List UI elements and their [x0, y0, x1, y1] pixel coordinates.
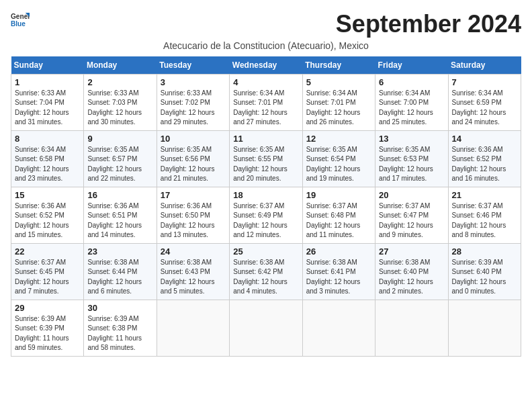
day-info: Sunrise: 6:35 AMSunset: 6:56 PMDaylight:…	[161, 145, 226, 184]
day-number: 10	[161, 134, 226, 144]
day-number: 15	[15, 190, 80, 200]
day-info: Sunrise: 6:35 AMSunset: 6:57 PMDaylight:…	[87, 145, 152, 184]
calendar-cell: 23Sunrise: 6:38 AMSunset: 6:44 PMDayligh…	[84, 243, 157, 300]
calendar-table: SundayMondayTuesdayWednesdayThursdayFrid…	[11, 56, 521, 357]
day-info: Sunrise: 6:34 AMSunset: 7:01 PMDaylight:…	[306, 89, 371, 128]
day-number: 14	[452, 134, 517, 144]
day-info: Sunrise: 6:39 AMSunset: 6:40 PMDaylight:…	[452, 258, 517, 297]
day-number: 5	[306, 77, 371, 87]
day-number: 1	[15, 77, 80, 87]
day-info: Sunrise: 6:35 AMSunset: 6:55 PMDaylight:…	[233, 145, 298, 184]
day-info: Sunrise: 6:37 AMSunset: 6:48 PMDaylight:…	[306, 201, 371, 240]
day-info: Sunrise: 6:36 AMSunset: 6:50 PMDaylight:…	[161, 201, 226, 240]
header-wednesday: Wednesday	[230, 56, 302, 75]
calendar-week-2: 8Sunrise: 6:34 AMSunset: 6:58 PMDaylight…	[11, 130, 521, 187]
day-info: Sunrise: 6:34 AMSunset: 6:59 PMDaylight:…	[452, 89, 517, 128]
day-number: 9	[87, 134, 152, 144]
day-number: 18	[233, 190, 298, 200]
day-info: Sunrise: 6:35 AMSunset: 6:54 PMDaylight:…	[306, 145, 371, 184]
day-info: Sunrise: 6:37 AMSunset: 6:47 PMDaylight:…	[379, 201, 444, 240]
day-info: Sunrise: 6:36 AMSunset: 6:52 PMDaylight:…	[452, 145, 517, 184]
day-info: Sunrise: 6:39 AMSunset: 6:38 PMDaylight:…	[87, 314, 152, 353]
calendar-cell: 1Sunrise: 6:33 AMSunset: 7:04 PMDaylight…	[11, 74, 84, 130]
calendar-week-5: 29Sunrise: 6:39 AMSunset: 6:39 PMDayligh…	[11, 300, 521, 356]
calendar-week-4: 22Sunrise: 6:37 AMSunset: 6:45 PMDayligh…	[11, 243, 521, 300]
day-number: 27	[379, 246, 444, 257]
day-number: 2	[87, 77, 152, 87]
calendar-cell: 29Sunrise: 6:39 AMSunset: 6:39 PMDayligh…	[11, 300, 84, 356]
calendar-cell: 16Sunrise: 6:36 AMSunset: 6:51 PMDayligh…	[84, 187, 157, 243]
day-info: Sunrise: 6:37 AMSunset: 6:49 PMDaylight:…	[233, 201, 298, 240]
day-info: Sunrise: 6:38 AMSunset: 6:42 PMDaylight:…	[233, 258, 298, 297]
calendar-cell: 7Sunrise: 6:34 AMSunset: 6:59 PMDaylight…	[448, 74, 521, 130]
logo: General Blue	[11, 11, 30, 30]
day-number: 21	[452, 190, 517, 200]
day-info: Sunrise: 6:33 AMSunset: 7:02 PMDaylight:…	[161, 89, 226, 128]
calendar-cell: 26Sunrise: 6:38 AMSunset: 6:41 PMDayligh…	[302, 243, 375, 300]
calendar-week-3: 15Sunrise: 6:36 AMSunset: 6:52 PMDayligh…	[11, 187, 521, 243]
day-info: Sunrise: 6:34 AMSunset: 7:01 PMDaylight:…	[233, 89, 298, 128]
day-info: Sunrise: 6:38 AMSunset: 6:44 PMDaylight:…	[87, 258, 152, 297]
title-block: September 2024	[336, 11, 521, 38]
header-friday: Friday	[375, 56, 448, 75]
calendar-cell: 24Sunrise: 6:38 AMSunset: 6:43 PMDayligh…	[157, 243, 229, 300]
calendar-cell: 3Sunrise: 6:33 AMSunset: 7:02 PMDaylight…	[157, 74, 229, 130]
header-sunday: Sunday	[11, 56, 84, 75]
calendar-cell: 4Sunrise: 6:34 AMSunset: 7:01 PMDaylight…	[230, 74, 302, 130]
calendar-cell: 25Sunrise: 6:38 AMSunset: 6:42 PMDayligh…	[230, 243, 302, 300]
day-number: 23	[87, 246, 152, 257]
calendar-cell: 5Sunrise: 6:34 AMSunset: 7:01 PMDaylight…	[302, 74, 375, 130]
day-number: 16	[87, 190, 152, 200]
calendar-cell: 6Sunrise: 6:34 AMSunset: 7:00 PMDaylight…	[375, 74, 448, 130]
day-number: 7	[452, 77, 517, 87]
day-number: 6	[379, 77, 444, 87]
calendar-cell	[157, 300, 229, 356]
day-number: 20	[379, 190, 444, 200]
calendar-cell: 30Sunrise: 6:39 AMSunset: 6:38 PMDayligh…	[84, 300, 157, 356]
day-info: Sunrise: 6:38 AMSunset: 6:41 PMDaylight:…	[306, 258, 371, 297]
calendar-cell: 9Sunrise: 6:35 AMSunset: 6:57 PMDaylight…	[84, 130, 157, 187]
day-number: 28	[452, 246, 517, 257]
calendar-cell: 12Sunrise: 6:35 AMSunset: 6:54 PMDayligh…	[302, 130, 375, 187]
day-number: 11	[233, 134, 298, 144]
calendar-cell	[230, 300, 302, 356]
calendar-header-row: SundayMondayTuesdayWednesdayThursdayFrid…	[11, 56, 521, 75]
calendar-cell: 28Sunrise: 6:39 AMSunset: 6:40 PMDayligh…	[448, 243, 521, 300]
header-saturday: Saturday	[448, 56, 521, 75]
calendar-cell: 17Sunrise: 6:36 AMSunset: 6:50 PMDayligh…	[157, 187, 229, 243]
header-thursday: Thursday	[302, 56, 375, 75]
calendar-cell: 14Sunrise: 6:36 AMSunset: 6:52 PMDayligh…	[448, 130, 521, 187]
calendar-cell: 18Sunrise: 6:37 AMSunset: 6:49 PMDayligh…	[230, 187, 302, 243]
page-header: General Blue September 2024	[11, 11, 521, 38]
calendar-cell: 20Sunrise: 6:37 AMSunset: 6:47 PMDayligh…	[375, 187, 448, 243]
calendar-cell: 19Sunrise: 6:37 AMSunset: 6:48 PMDayligh…	[302, 187, 375, 243]
day-info: Sunrise: 6:36 AMSunset: 6:52 PMDaylight:…	[15, 201, 80, 240]
calendar-cell: 2Sunrise: 6:33 AMSunset: 7:03 PMDaylight…	[84, 74, 157, 130]
day-number: 12	[306, 134, 371, 144]
calendar-cell: 27Sunrise: 6:38 AMSunset: 6:40 PMDayligh…	[375, 243, 448, 300]
day-number: 4	[233, 77, 298, 87]
logo-icon: General Blue	[11, 11, 30, 30]
calendar-cell: 22Sunrise: 6:37 AMSunset: 6:45 PMDayligh…	[11, 243, 84, 300]
day-info: Sunrise: 6:33 AMSunset: 7:04 PMDaylight:…	[15, 89, 80, 128]
calendar-cell: 13Sunrise: 6:35 AMSunset: 6:53 PMDayligh…	[375, 130, 448, 187]
day-number: 19	[306, 190, 371, 200]
calendar-cell	[448, 300, 521, 356]
day-number: 29	[15, 303, 80, 313]
day-number: 30	[87, 303, 152, 313]
day-number: 3	[161, 77, 226, 87]
calendar-cell: 21Sunrise: 6:37 AMSunset: 6:46 PMDayligh…	[448, 187, 521, 243]
calendar-cell: 10Sunrise: 6:35 AMSunset: 6:56 PMDayligh…	[157, 130, 229, 187]
subtitle: Atecucario de la Constitucion (Atecuario…	[11, 40, 521, 51]
day-info: Sunrise: 6:34 AMSunset: 7:00 PMDaylight:…	[379, 89, 444, 128]
day-info: Sunrise: 6:39 AMSunset: 6:39 PMDaylight:…	[15, 314, 80, 353]
day-info: Sunrise: 6:38 AMSunset: 6:43 PMDaylight:…	[161, 258, 226, 297]
day-info: Sunrise: 6:34 AMSunset: 6:58 PMDaylight:…	[15, 145, 80, 184]
day-number: 17	[161, 190, 226, 200]
day-info: Sunrise: 6:36 AMSunset: 6:51 PMDaylight:…	[87, 201, 152, 240]
day-number: 26	[306, 246, 371, 257]
day-info: Sunrise: 6:37 AMSunset: 6:45 PMDaylight:…	[15, 258, 80, 297]
calendar-cell: 15Sunrise: 6:36 AMSunset: 6:52 PMDayligh…	[11, 187, 84, 243]
day-number: 25	[233, 246, 298, 257]
day-number: 24	[161, 246, 226, 257]
